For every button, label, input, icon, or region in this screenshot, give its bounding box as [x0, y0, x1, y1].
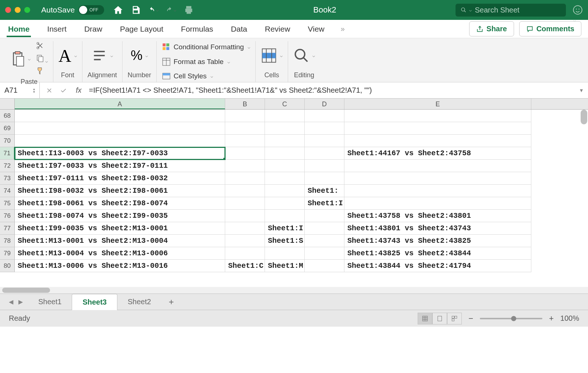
row-header-79[interactable]: 79	[0, 247, 15, 260]
expand-formula-icon[interactable]: ▾	[575, 87, 588, 94]
cell-E68[interactable]	[344, 110, 531, 122]
cell-A71[interactable]: Sheet1:I13-0003 vs Sheet2:I97-0033	[15, 147, 225, 160]
cell-A68[interactable]	[15, 110, 225, 122]
maximize-window[interactable]	[24, 7, 30, 13]
undo-icon[interactable]: ⌵	[148, 5, 159, 15]
cut-icon[interactable]	[36, 41, 48, 51]
cell-B77[interactable]	[225, 222, 265, 235]
cell-C79[interactable]	[265, 247, 305, 260]
select-all-corner[interactable]	[0, 99, 15, 109]
sheet-tab-sheet2[interactable]: Sheet2	[117, 294, 161, 310]
row-header-78[interactable]: 78	[0, 235, 15, 247]
zoom-level[interactable]: 100%	[560, 314, 579, 323]
column-header-C[interactable]: C	[265, 99, 305, 109]
feedback-icon[interactable]: ⌵	[573, 5, 583, 15]
cell-C80[interactable]: Sheet1:M	[265, 260, 305, 272]
copy-icon[interactable]: ⌵	[36, 54, 48, 64]
page-layout-view-button[interactable]	[432, 313, 447, 324]
save-icon[interactable]	[131, 5, 141, 15]
cell-A80[interactable]: Sheet1:M13-0006 vs Sheet2:M13-0016	[15, 260, 225, 272]
row-header-68[interactable]: 68	[0, 110, 15, 122]
cancel-icon[interactable]	[46, 87, 53, 94]
cell-C71[interactable]	[265, 147, 305, 160]
sheet-tab-sheet1[interactable]: Sheet1	[28, 294, 72, 310]
cell-E78[interactable]: Sheet1:43743 vs Sheet2:43825	[344, 235, 531, 247]
comments-button[interactable]: Comments	[519, 21, 581, 36]
cell-C68[interactable]	[265, 110, 305, 122]
cell-C76[interactable]	[265, 210, 305, 222]
cell-A72[interactable]: Sheet1:I97-0033 vs Sheet2:I97-0111	[15, 160, 225, 172]
cell-D77[interactable]	[305, 222, 344, 235]
cell-D73[interactable]	[305, 172, 344, 185]
row-header-80[interactable]: 80	[0, 260, 15, 272]
conditional-formatting-button[interactable]: Conditional Formatting⌵	[162, 41, 250, 53]
cell-C77[interactable]: Sheet1:I	[265, 222, 305, 235]
row-header-70[interactable]: 70	[0, 135, 15, 147]
more-tabs-icon[interactable]: »	[341, 25, 345, 33]
cell-E71[interactable]: Sheet1:44167 vs Sheet2:43758	[344, 147, 531, 160]
percent-icon[interactable]: %	[131, 48, 142, 63]
ribbon-tab-review[interactable]: Review	[263, 21, 292, 37]
cell-A74[interactable]: Sheet1:I98-0032 vs Sheet2:I98-0061	[15, 185, 225, 197]
column-header-A[interactable]: A	[15, 99, 225, 109]
cell-B78[interactable]	[225, 235, 265, 247]
column-header-E[interactable]: E	[344, 99, 531, 109]
cell-E80[interactable]: Sheet1:43844 vs Sheet2:41794	[344, 260, 531, 272]
row-header-76[interactable]: 76	[0, 210, 15, 222]
cell-E74[interactable]	[344, 185, 531, 197]
zoom-out-button[interactable]: −	[468, 314, 473, 323]
cell-B69[interactable]	[225, 122, 265, 135]
prev-sheet-icon[interactable]: ◀	[9, 298, 13, 305]
row-header-73[interactable]: 73	[0, 172, 15, 185]
cell-E77[interactable]: Sheet1:43801 vs Sheet2:43743	[344, 222, 531, 235]
cell-A79[interactable]: Sheet1:M13-0004 vs Sheet2:M13-0006	[15, 247, 225, 260]
row-header-72[interactable]: 72	[0, 160, 15, 172]
cell-E73[interactable]	[344, 172, 531, 185]
row-header-77[interactable]: 77	[0, 222, 15, 235]
cell-A78[interactable]: Sheet1:M13-0001 vs Sheet2:M13-0004	[15, 235, 225, 247]
cell-D71[interactable]	[305, 147, 344, 160]
cell-D68[interactable]	[305, 110, 344, 122]
cell-styles-button[interactable]: Cell Styles⌵	[162, 70, 213, 82]
cell-D76[interactable]	[305, 210, 344, 222]
cell-D72[interactable]	[305, 160, 344, 172]
share-button[interactable]: Share	[469, 21, 514, 36]
home-icon[interactable]	[113, 5, 123, 15]
cell-B79[interactable]	[225, 247, 265, 260]
ribbon-tab-view[interactable]: View	[307, 21, 326, 37]
cell-C73[interactable]	[265, 172, 305, 185]
close-window[interactable]	[5, 7, 11, 13]
cell-E69[interactable]	[344, 122, 531, 135]
cell-B73[interactable]	[225, 172, 265, 185]
zoom-in-button[interactable]: +	[549, 314, 554, 323]
cell-A70[interactable]	[15, 135, 225, 147]
cell-E76[interactable]: Sheet1:43758 vs Sheet2:43801	[344, 210, 531, 222]
autosave-toggle[interactable]: OFF	[78, 5, 104, 15]
cell-B68[interactable]	[225, 110, 265, 122]
fx-label[interactable]: fx	[73, 86, 85, 95]
cell-D79[interactable]	[305, 247, 344, 260]
minimize-window[interactable]	[15, 7, 21, 13]
format-as-table-button[interactable]: Format as Table⌵	[162, 56, 230, 68]
cell-C78[interactable]: Sheet1:S	[265, 235, 305, 247]
search-input[interactable]	[475, 6, 561, 14]
ribbon-tab-draw[interactable]: Draw	[83, 21, 104, 37]
horizontal-scrollbar-thumb[interactable]	[2, 288, 50, 293]
row-header-74[interactable]: 74	[0, 185, 15, 197]
sheet-tab-sheet3[interactable]: Sheet3	[72, 294, 117, 310]
name-box[interactable]: A71 ▴▾	[0, 82, 40, 98]
format-painter-icon[interactable]	[36, 66, 48, 77]
ribbon-tab-page-layout[interactable]: Page Layout	[118, 21, 165, 37]
row-header-71[interactable]: 71	[0, 147, 15, 160]
redo-icon[interactable]: ⌵	[166, 5, 176, 15]
cell-A77[interactable]: Sheet1:I99-0035 vs Sheet2:M13-0001	[15, 222, 225, 235]
ribbon-tab-data[interactable]: Data	[229, 21, 248, 37]
cell-C70[interactable]	[265, 135, 305, 147]
cell-B72[interactable]	[225, 160, 265, 172]
cell-C75[interactable]	[265, 197, 305, 210]
print-icon[interactable]	[184, 5, 194, 15]
normal-view-button[interactable]	[418, 313, 432, 324]
add-sheet-button[interactable]: +	[161, 297, 181, 307]
row-header-69[interactable]: 69	[0, 122, 15, 135]
cell-E79[interactable]: Sheet1:43825 vs Sheet2:43844	[344, 247, 531, 260]
